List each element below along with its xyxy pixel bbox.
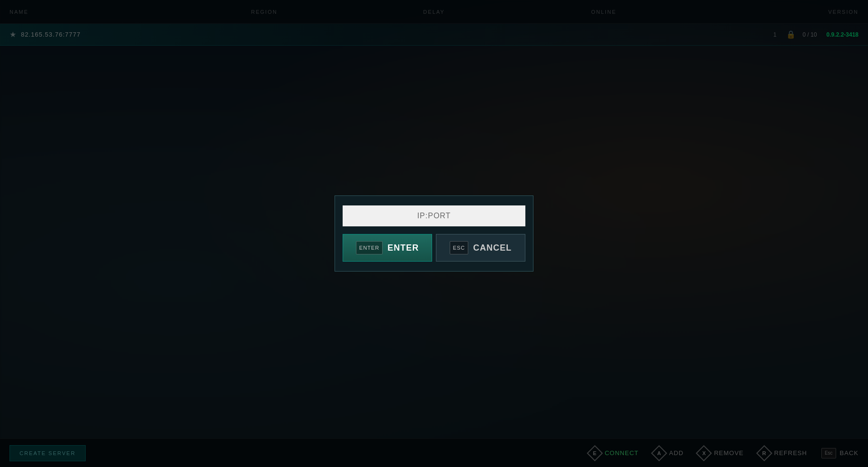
cancel-button-label: Cancel — [473, 243, 512, 253]
dialog-button-row: Enter Enter Esc Cancel — [343, 234, 525, 262]
cancel-key-badge: Esc — [450, 241, 469, 254]
enter-key-badge: Enter — [356, 241, 383, 254]
enter-button[interactable]: Enter Enter — [343, 234, 432, 262]
cancel-button[interactable]: Esc Cancel — [436, 234, 525, 262]
ip-port-input[interactable] — [343, 205, 525, 226]
enter-button-label: Enter — [387, 243, 419, 253]
connect-dialog: Enter Enter Esc Cancel — [335, 195, 533, 272]
